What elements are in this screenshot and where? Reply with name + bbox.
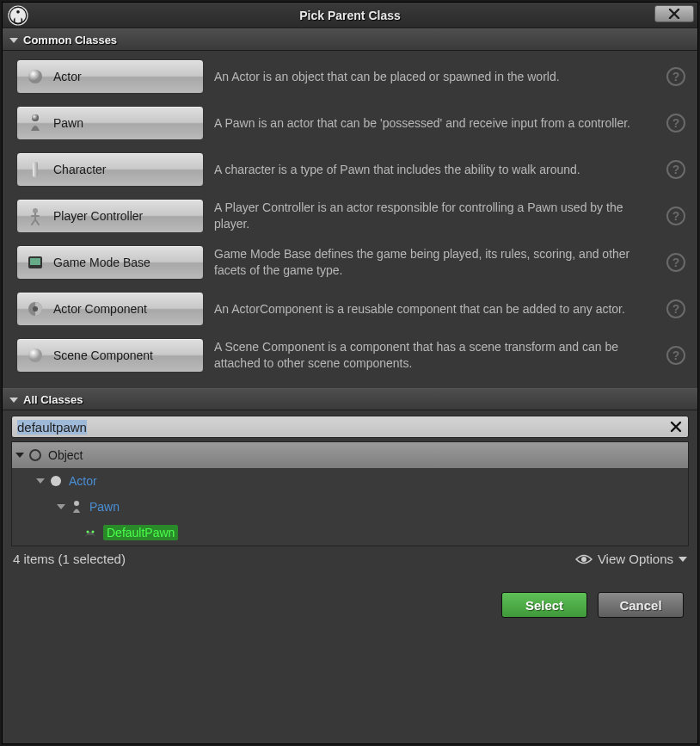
search-wrap (11, 416, 689, 438)
class-button-label: Player Controller (53, 209, 143, 223)
class-description: An ActorComponent is a reusable componen… (214, 301, 656, 318)
svg-point-13 (51, 476, 61, 486)
actor-icon (26, 67, 45, 86)
caret-down-icon (57, 504, 65, 509)
help-icon[interactable]: ? (666, 160, 685, 179)
tree-status-text: 4 items (1 selected) (13, 552, 126, 566)
class-row-pawn: Pawn A Pawn is an actor that can be 'pos… (16, 106, 689, 140)
class-description: A character is a type of Pawn that inclu… (214, 162, 656, 178)
svg-point-3 (32, 114, 39, 121)
svg-rect-5 (33, 162, 38, 177)
help-icon[interactable]: ? (666, 114, 685, 133)
class-button-scene-component[interactable]: Scene Component (16, 338, 204, 373)
help-icon[interactable]: ? (666, 207, 685, 225)
class-button-actor-component[interactable]: Actor Component (16, 292, 204, 326)
class-search-input[interactable] (11, 416, 689, 438)
object-icon (28, 447, 43, 463)
class-description: An Actor is an object that can be placed… (214, 69, 656, 85)
close-icon (670, 421, 682, 433)
view-options-menu[interactable]: View Options (575, 552, 687, 566)
svg-point-14 (74, 501, 79, 506)
svg-point-1 (28, 70, 42, 83)
class-button-label: Game Mode Base (53, 256, 150, 269)
class-row-actor: Actor An Actor is an object that can be … (16, 59, 689, 94)
tree-item-defaultpawn[interactable]: DefaultPawn (12, 520, 688, 546)
close-icon (668, 9, 680, 19)
class-description: Game Mode Base defines the game being pl… (214, 246, 656, 279)
unreal-logo-icon (6, 3, 30, 28)
class-description: A Player Controller is an actor responsi… (214, 200, 656, 232)
caret-down-icon (9, 398, 18, 403)
svg-point-16 (92, 531, 95, 533)
common-classes-panel: Actor An Actor is an object that can be … (3, 51, 697, 388)
class-button-label: Scene Component (53, 348, 153, 362)
svg-point-12 (30, 450, 40, 460)
tree-item-label: DefaultPawn (103, 525, 178, 540)
class-button-pawn[interactable]: Pawn (16, 106, 204, 140)
button-label: Cancel (619, 598, 661, 613)
tree-item-label: Actor (69, 474, 97, 488)
class-button-player-controller[interactable]: Player Controller (16, 199, 204, 233)
pick-parent-class-dialog: Pick Parent Class Common Classes Actor A… (2, 2, 698, 744)
titlebar: Pick Parent Class (3, 3, 697, 28)
svg-point-17 (581, 557, 586, 562)
class-button-label: Pawn (53, 116, 83, 130)
class-description: A Scene Component is a component that ha… (214, 339, 656, 372)
class-tree: Object Actor Pawn DefaultPawn (11, 441, 689, 546)
button-label: Select (525, 598, 563, 613)
caret-down-icon (15, 453, 24, 458)
character-icon (26, 160, 45, 179)
window-title: Pick Parent Class (3, 9, 697, 22)
eye-icon (575, 553, 593, 565)
dialog-buttons: Select Cancel (501, 592, 684, 618)
defaultpawn-icon (83, 525, 98, 540)
class-description: A Pawn is an actor that can be 'possesse… (214, 115, 656, 132)
section-header-all-classes[interactable]: All Classes (3, 388, 697, 410)
tree-item-label: Pawn (89, 500, 120, 514)
class-button-label: Character (53, 163, 106, 176)
pawn-icon (69, 499, 84, 515)
caret-down-icon (36, 478, 45, 484)
help-icon[interactable]: ? (666, 299, 685, 318)
help-icon[interactable]: ? (666, 253, 685, 272)
class-button-label: Actor Component (53, 302, 147, 316)
class-button-game-mode-base[interactable]: Game Mode Base (16, 245, 204, 280)
help-icon[interactable]: ? (666, 67, 685, 86)
section-label: All Classes (23, 393, 83, 406)
game-mode-icon (26, 253, 45, 272)
help-icon[interactable]: ? (666, 346, 685, 365)
scene-component-icon (26, 346, 45, 365)
class-button-character[interactable]: Character (16, 152, 204, 187)
caret-down-icon (9, 38, 18, 43)
class-row-character: Character A character is a type of Pawn … (16, 152, 689, 187)
select-button[interactable]: Select (501, 592, 587, 618)
class-row-actor-component: Actor Component An ActorComponent is a r… (16, 292, 689, 326)
actor-icon (48, 473, 64, 489)
class-row-scene-component: Scene Component A Scene Component is a c… (16, 338, 689, 373)
svg-rect-8 (30, 258, 40, 265)
class-row-player-controller: Player Controller A Player Controller is… (16, 199, 689, 233)
cancel-button[interactable]: Cancel (598, 592, 684, 618)
tree-item-object[interactable]: Object (12, 442, 688, 468)
class-button-actor[interactable]: Actor (16, 59, 204, 94)
all-classes-panel: Object Actor Pawn DefaultPawn (3, 410, 697, 573)
svg-point-11 (28, 348, 42, 362)
tree-item-actor[interactable]: Actor (12, 468, 688, 494)
close-button[interactable] (654, 5, 694, 22)
class-row-game-mode-base: Game Mode Base Game Mode Base defines th… (16, 245, 689, 280)
section-header-common-classes[interactable]: Common Classes (3, 28, 697, 51)
tree-footer: 4 items (1 selected) View Options (11, 546, 689, 566)
pawn-icon (26, 114, 45, 133)
player-controller-icon (26, 207, 45, 225)
svg-point-10 (33, 306, 38, 311)
clear-search-button[interactable] (666, 417, 685, 436)
tree-item-label: Object (48, 448, 83, 462)
dialog-footer: Select Cancel (3, 573, 697, 743)
svg-point-15 (87, 531, 89, 533)
view-options-label: View Options (598, 552, 673, 566)
actor-component-icon (26, 299, 45, 318)
class-button-label: Actor (53, 70, 82, 83)
tree-item-pawn[interactable]: Pawn (12, 494, 688, 520)
dropdown-caret-icon (679, 557, 687, 562)
section-label: Common Classes (23, 34, 117, 46)
